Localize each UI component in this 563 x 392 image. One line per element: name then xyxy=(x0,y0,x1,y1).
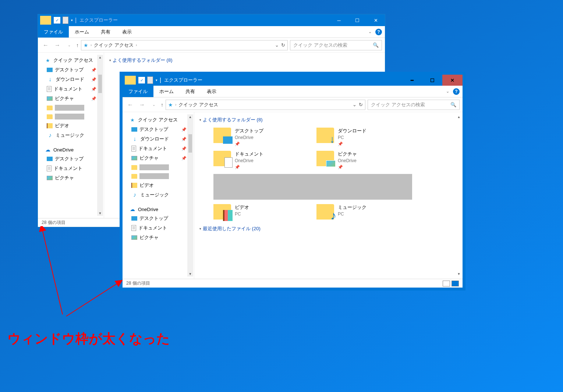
nav-onedrive[interactable]: ☁OneDrive xyxy=(38,145,104,154)
chevron-right-icon[interactable]: › xyxy=(91,43,92,47)
tab-home[interactable]: ホーム xyxy=(69,26,95,38)
tab-file[interactable]: ファイル xyxy=(38,26,69,38)
close-button[interactable]: ✕ xyxy=(442,75,463,86)
tab-share[interactable]: 共有 xyxy=(95,26,116,38)
address-dropdown-icon[interactable]: ⌄ xyxy=(353,102,357,107)
nav-music[interactable]: ♪ミュージック xyxy=(123,190,194,200)
up-button[interactable]: ↑ xyxy=(76,42,79,48)
search-input[interactable]: クイック アクセスの検索 🔍 xyxy=(290,40,382,50)
search-input[interactable]: クイック アクセスの検索 🔍 xyxy=(368,100,460,110)
help-icon[interactable]: ? xyxy=(375,29,382,35)
folder-item-music[interactable]: ♪ ミュージックPC xyxy=(316,204,412,220)
nav-od-documents[interactable]: ドキュメント xyxy=(38,164,104,173)
nav-downloads[interactable]: ↓ダウンロード📌 xyxy=(38,75,104,84)
search-icon[interactable]: 🔍 xyxy=(450,102,456,107)
address-dropdown-icon[interactable]: ⌄ xyxy=(275,42,279,48)
view-mode-toggle[interactable] xyxy=(443,281,459,286)
nav-od-pictures[interactable]: ピクチャ xyxy=(38,173,104,183)
history-dropdown-icon[interactable]: ⌄ xyxy=(64,43,74,47)
folder-item-desktop[interactable]: デスクトップOneDrive📌 xyxy=(213,128,309,146)
nav-pictures[interactable]: ピクチャ📌 xyxy=(38,94,104,103)
chevron-right-icon[interactable]: › xyxy=(175,103,176,107)
back-button[interactable]: ← xyxy=(125,101,135,108)
search-icon[interactable]: 🔍 xyxy=(373,42,379,48)
explorer-window-active: ✓ ▾ | エクスプローラー ━ ☐ ✕ ファイル ホーム 共有 表示 ⌄ ? … xyxy=(120,72,465,291)
forward-button[interactable]: → xyxy=(53,42,62,49)
nav-videos[interactable]: ビデオ xyxy=(38,121,104,131)
nav-desktop[interactable]: デスクトップ📌 xyxy=(123,125,194,134)
item-count: 28 個の項目 xyxy=(42,220,65,226)
content-pane[interactable]: ▾よく使用するフォルダー (8) デスクトップOneDrive📌 ↓ ダウンロー… xyxy=(194,112,463,279)
nav-od-pictures[interactable]: ピクチャ xyxy=(123,233,194,242)
qat-properties-icon[interactable]: ✓ xyxy=(138,77,145,83)
scrollbar[interactable]: ▲▼ xyxy=(187,114,193,277)
minimize-button[interactable]: ─ xyxy=(330,14,348,26)
folder-item-videos[interactable]: ビデオPC xyxy=(213,204,309,220)
nav-documents[interactable]: ドキュメント📌 xyxy=(123,144,194,153)
folder-icon: ♪ xyxy=(316,204,334,220)
nav-folder-redacted[interactable] xyxy=(38,103,104,112)
folder-item-documents[interactable]: ドキュメントOneDrive📌 xyxy=(213,151,309,170)
qat-customize-icon[interactable]: ▾ xyxy=(156,78,157,82)
history-dropdown-icon[interactable]: ⌄ xyxy=(149,103,159,107)
quick-access-star-icon: ★ xyxy=(168,102,173,108)
minimize-button[interactable]: ━ xyxy=(402,75,422,86)
chevron-right-icon[interactable]: › xyxy=(136,43,137,47)
group-header-frequent[interactable]: ▾よく使用するフォルダー (8) xyxy=(109,57,380,64)
tab-home[interactable]: ホーム xyxy=(153,86,180,97)
nav-quick-access[interactable]: ★クイック アクセス xyxy=(38,56,104,65)
collapse-ribbon-icon[interactable]: ⌄ xyxy=(368,29,372,34)
refresh-icon[interactable]: ↻ xyxy=(359,102,363,107)
nav-videos[interactable]: ビデオ xyxy=(123,181,194,190)
refresh-icon[interactable]: ↻ xyxy=(281,42,285,48)
nav-quick-access[interactable]: ★クイック アクセス xyxy=(123,115,194,125)
folder-item-redacted[interactable] xyxy=(213,174,412,200)
folder-item-downloads[interactable]: ↓ ダウンロードPC📌 xyxy=(316,128,412,146)
qat-properties-icon[interactable]: ✓ xyxy=(54,17,60,24)
explorer-icon xyxy=(125,76,136,85)
qat-customize-icon[interactable]: ▾ xyxy=(71,18,73,22)
pin-icon: 📌 xyxy=(91,96,96,101)
nav-music[interactable]: ♪ミュージック xyxy=(38,131,104,140)
pin-icon: 📌 xyxy=(91,87,96,92)
qat-newfolder-icon[interactable] xyxy=(147,76,153,84)
nav-desktop[interactable]: デスクトップ📌 xyxy=(38,65,104,75)
folder-item-pictures[interactable]: ピクチャOneDrive📌 xyxy=(316,151,412,170)
back-button[interactable]: ← xyxy=(41,42,50,49)
qat-newfolder-icon[interactable] xyxy=(63,17,68,24)
maximize-button[interactable]: ☐ xyxy=(348,14,367,26)
nav-od-documents[interactable]: ドキュメント xyxy=(123,223,194,233)
up-button[interactable]: ↑ xyxy=(161,102,163,108)
pin-icon: 📌 xyxy=(338,165,357,170)
collapse-ribbon-icon[interactable]: ⌄ xyxy=(446,89,449,94)
nav-onedrive[interactable]: ☁OneDrive xyxy=(123,205,194,214)
tab-view[interactable]: 表示 xyxy=(116,26,138,38)
tab-file[interactable]: ファイル xyxy=(123,86,153,97)
status-bar: 28 個の項目 xyxy=(123,279,463,288)
help-icon[interactable]: ? xyxy=(453,88,460,95)
separator: | xyxy=(160,77,161,83)
nav-pictures[interactable]: ピクチャ📌 xyxy=(123,153,194,163)
nav-od-desktop[interactable]: デスクトップ xyxy=(123,214,194,223)
maximize-button[interactable]: ☐ xyxy=(422,75,442,86)
nav-folder-redacted[interactable] xyxy=(123,172,194,181)
breadcrumb[interactable]: クイック アクセス xyxy=(94,42,134,49)
forward-button[interactable]: → xyxy=(137,101,147,108)
scrollbar[interactable]: ▲▼ xyxy=(97,55,103,216)
breadcrumb[interactable]: クイック アクセス xyxy=(178,101,218,108)
nav-downloads[interactable]: ↓ダウンロード📌 xyxy=(123,134,194,144)
titlebar[interactable]: ✓ ▾ | エクスプローラー ━ ☐ ✕ xyxy=(123,75,463,86)
nav-folder-redacted[interactable] xyxy=(123,163,194,172)
nav-documents[interactable]: ドキュメント📌 xyxy=(38,84,104,94)
tab-view[interactable]: 表示 xyxy=(201,86,222,97)
address-bar[interactable]: ★ › クイック アクセス ⌄↻ xyxy=(166,100,365,110)
close-button[interactable]: ✕ xyxy=(367,14,385,26)
nav-od-desktop[interactable]: デスクトップ xyxy=(38,154,104,164)
address-bar[interactable]: ★ › クイック アクセス › ⌄↻ xyxy=(81,40,288,50)
group-header-frequent[interactable]: ▾よく使用するフォルダー (8) xyxy=(199,117,458,123)
scrollbar[interactable]: ▲▼ xyxy=(456,114,462,277)
nav-folder-redacted[interactable] xyxy=(38,112,104,121)
group-header-recent[interactable]: ▾最近使用したファイル (20) xyxy=(199,225,458,232)
titlebar[interactable]: ✓ ▾ | エクスプローラー ─ ☐ ✕ xyxy=(38,14,385,26)
tab-share[interactable]: 共有 xyxy=(180,86,201,97)
